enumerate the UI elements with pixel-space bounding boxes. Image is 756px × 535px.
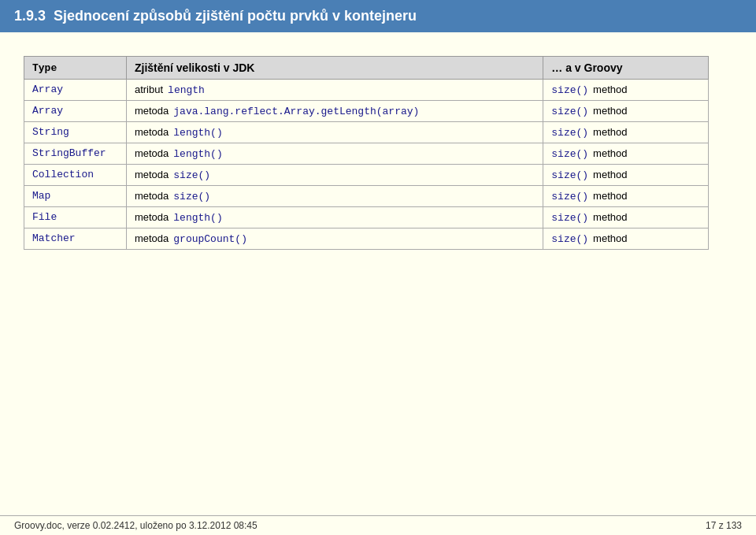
cell-type: Array xyxy=(24,80,127,101)
jdk-method: length xyxy=(168,84,205,96)
cell-type: Array xyxy=(24,101,127,122)
groovy-method: size() xyxy=(551,84,588,96)
cell-jdk: metodalength() xyxy=(126,143,543,165)
groovy-access-type: method xyxy=(593,211,627,223)
jdk-method: length() xyxy=(173,127,222,139)
groovy-access-type: method xyxy=(593,169,627,180)
jdk-method: java.lang.reflect.Array.getLength(array) xyxy=(173,106,419,117)
jdk-access-type: metoda xyxy=(135,232,169,244)
main-content: Type Zjištění velikosti v JDK … a v Groo… xyxy=(0,32,756,266)
cell-jdk: metodagroupCount() xyxy=(126,228,543,250)
jdk-access-type: metoda xyxy=(135,126,169,138)
groovy-access-type: method xyxy=(593,190,627,202)
jdk-access-type: metoda xyxy=(135,105,169,117)
cell-groovy: size()method xyxy=(543,143,709,165)
col-header-groovy: … a v Groovy xyxy=(543,57,709,80)
cell-type: File xyxy=(24,207,127,228)
table-row: Arrayatributlengthsize()method xyxy=(24,80,709,101)
footer-right: 17 z 133 xyxy=(706,520,742,531)
section-header: 1.9.3 Sjednocení způsobů zjištění počtu … xyxy=(0,0,756,32)
groovy-method: size() xyxy=(551,127,588,139)
jdk-access-type: metoda xyxy=(135,169,169,180)
groovy-access-type: method xyxy=(593,232,627,244)
groovy-access-type: method xyxy=(593,105,627,117)
cell-type: Map xyxy=(24,186,127,207)
groovy-method: size() xyxy=(551,169,588,181)
table-row: Stringmetodalength()size()method xyxy=(24,122,709,143)
footer-left: Groovy.doc, verze 0.02.2412, uloženo po … xyxy=(14,520,258,531)
jdk-method: size() xyxy=(173,191,210,202)
jdk-method: groupCount() xyxy=(173,233,247,245)
jdk-access-type: atribut xyxy=(135,84,163,95)
jdk-method: length() xyxy=(173,148,222,160)
cell-jdk: metodalength() xyxy=(126,207,543,228)
cell-jdk: metodasize() xyxy=(126,186,543,207)
cell-groovy: size()method xyxy=(543,207,709,228)
groovy-method: size() xyxy=(551,148,588,160)
cell-groovy: size()method xyxy=(543,228,709,250)
groovy-method: size() xyxy=(551,191,588,202)
cell-groovy: size()method xyxy=(543,122,709,143)
cell-type: StringBuffer xyxy=(24,143,127,165)
table-row: StringBuffermetodalength()size()method xyxy=(24,143,709,165)
section-title: Sjednocení způsobů zjištění počtu prvků … xyxy=(54,8,417,24)
cell-groovy: size()method xyxy=(543,80,709,101)
cell-type: Collection xyxy=(24,165,127,186)
jdk-method: length() xyxy=(173,212,222,224)
groovy-access-type: method xyxy=(593,84,627,95)
cell-groovy: size()method xyxy=(543,186,709,207)
groovy-access-type: method xyxy=(593,126,627,138)
col-header-jdk: Zjištění velikosti v JDK xyxy=(126,57,543,80)
cell-type: Matcher xyxy=(24,228,127,250)
groovy-method: size() xyxy=(551,233,588,245)
table-row: Mapmetodasize()size()method xyxy=(24,186,709,207)
table-row: Arraymetodajava.lang.reflect.Array.getLe… xyxy=(24,101,709,122)
jdk-access-type: metoda xyxy=(135,147,169,159)
cell-groovy: size()method xyxy=(543,101,709,122)
jdk-access-type: metoda xyxy=(135,190,169,202)
cell-jdk: metodajava.lang.reflect.Array.getLength(… xyxy=(126,101,543,122)
cell-jdk: atributlength xyxy=(126,80,543,101)
cell-groovy: size()method xyxy=(543,165,709,186)
table-row: Collectionmetodasize()size()method xyxy=(24,165,709,186)
cell-jdk: metodalength() xyxy=(126,122,543,143)
section-number: 1.9.3 xyxy=(14,8,46,24)
jdk-method: size() xyxy=(173,169,210,181)
cell-type: String xyxy=(24,122,127,143)
col-header-type: Type xyxy=(24,57,127,80)
groovy-access-type: method xyxy=(593,147,627,159)
comparison-table: Type Zjištění velikosti v JDK … a v Groo… xyxy=(24,56,709,250)
groovy-method: size() xyxy=(551,212,588,224)
table-row: MatchermetodagroupCount()size()method xyxy=(24,228,709,250)
table-row: Filemetodalength()size()method xyxy=(24,207,709,228)
cell-jdk: metodasize() xyxy=(126,165,543,186)
table-header-row: Type Zjištění velikosti v JDK … a v Groo… xyxy=(24,57,709,80)
groovy-method: size() xyxy=(551,106,588,117)
jdk-access-type: metoda xyxy=(135,211,169,223)
footer: Groovy.doc, verze 0.02.2412, uloženo po … xyxy=(0,515,756,535)
